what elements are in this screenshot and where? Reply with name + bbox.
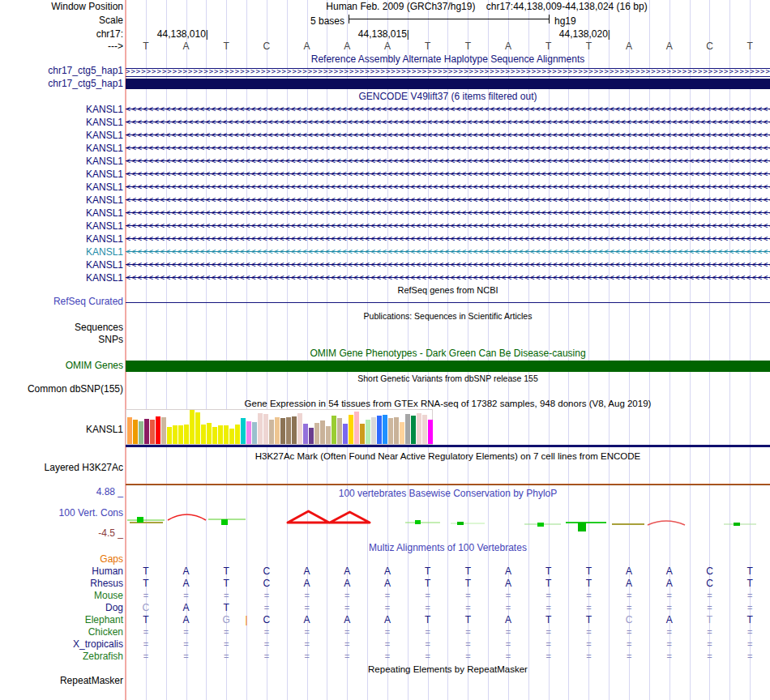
- hap1-track-label[interactable]: chr17_ctg5_hap1: [0, 66, 123, 76]
- repeatmasker-label[interactable]: RepeatMasker: [0, 676, 123, 686]
- gencode-transcript-row[interactable]: <<<<<<<<<<<<<<<<<<<<<<<<<<<<<<<<<<<<<<<<…: [126, 118, 770, 126]
- multiz-unaligned-mark: =: [578, 627, 599, 638]
- multiz-unaligned-mark: =: [216, 639, 237, 650]
- species-label-dog[interactable]: Dog: [0, 603, 123, 613]
- multiz-base: T: [457, 615, 478, 625]
- multiz-unaligned-mark: =: [216, 627, 237, 638]
- gencode-gene-label[interactable]: KANSL1: [0, 143, 123, 154]
- gencode-transcript-row[interactable]: <<<<<<<<<<<<<<<<<<<<<<<<<<<<<<<<<<<<<<<<…: [126, 235, 770, 243]
- multiz-base: A: [618, 578, 640, 589]
- gtex-tissue-bar: [332, 416, 336, 444]
- gencode-transcript-row[interactable]: <<<<<<<<<<<<<<<<<<<<<<<<<<<<<<<<<<<<<<<<…: [126, 105, 770, 113]
- gencode-transcript-row[interactable]: <<<<<<<<<<<<<<<<<<<<<<<<<<<<<<<<<<<<<<<<…: [126, 170, 770, 178]
- hap1-alignment-track[interactable]: >>>>>>>>>>>>>>>>>>>>>>>>>>>>>>>>>>>>>>>>…: [126, 68, 770, 77]
- phylop-track-label[interactable]: 100 Vert. Cons: [0, 508, 123, 519]
- gencode-gene-label[interactable]: KANSL1: [0, 221, 123, 232]
- gencode-transcript-row[interactable]: <<<<<<<<<<<<<<<<<<<<<<<<<<<<<<<<<<<<<<<<…: [126, 183, 770, 191]
- refseq-curated-label[interactable]: RefSeq Curated: [0, 297, 123, 307]
- multiz-base: A: [377, 578, 398, 589]
- gencode-gene-label[interactable]: KANSL1: [0, 182, 123, 193]
- species-label-chicken[interactable]: Chicken: [0, 627, 123, 638]
- gtex-tissue-bar: [184, 425, 189, 444]
- gtex-tissue-bar: [207, 423, 212, 444]
- multiz-unaligned-mark: =: [538, 651, 559, 662]
- omim-gene-bar[interactable]: [126, 361, 770, 372]
- gencode-gene-label[interactable]: KANSL1: [0, 234, 123, 245]
- species-label-rhesus[interactable]: Rhesus: [0, 578, 123, 589]
- multiz-base: A: [336, 578, 357, 589]
- reference-base: A: [377, 41, 398, 52]
- multiz-unaligned-mark: =: [659, 591, 680, 601]
- common-dbsnp-label[interactable]: Common dbSNP(155): [0, 384, 123, 395]
- species-label-elephant[interactable]: Elephant: [0, 615, 123, 625]
- snps-label[interactable]: SNPs: [0, 335, 123, 345]
- multiz-unaligned-mark: =: [578, 603, 599, 613]
- multiz-base: T: [578, 578, 599, 589]
- gencode-transcript-row[interactable]: <<<<<<<<<<<<<<<<<<<<<<<<<<<<<<<<<<<<<<<<…: [126, 131, 770, 139]
- assembly-title: Human Feb. 2009 (GRCh37/hg19): [326, 1, 475, 12]
- gencode-gene-label[interactable]: KANSL1: [0, 247, 123, 258]
- multiz-unaligned-mark: =: [256, 603, 277, 613]
- multiz-unaligned-mark: =: [417, 603, 438, 613]
- gencode-transcript-row[interactable]: <<<<<<<<<<<<<<<<<<<<<<<<<<<<<<<<<<<<<<<<…: [126, 144, 770, 152]
- hap1-track-label[interactable]: chr17_ctg5_hap1: [0, 79, 123, 89]
- gencode-transcript-row[interactable]: <<<<<<<<<<<<<<<<<<<<<<<<<<<<<<<<<<<<<<<<…: [126, 209, 770, 217]
- gencode-transcript-row[interactable]: <<<<<<<<<<<<<<<<<<<<<<<<<<<<<<<<<<<<<<<<…: [126, 222, 770, 230]
- gtex-gene-model-line[interactable]: [126, 445, 770, 447]
- gtex-tissue-bar: [377, 416, 382, 444]
- hap1-alignment-bar[interactable]: [126, 79, 770, 89]
- gaps-row-label[interactable]: Gaps: [0, 554, 123, 565]
- gencode-transcript-row[interactable]: <<<<<<<<<<<<<<<<<<<<<<<<<<<<<<<<<<<<<<<<…: [126, 274, 770, 282]
- multiz-base: A: [336, 566, 357, 577]
- gencode-gene-label[interactable]: KANSL1: [0, 195, 123, 206]
- multiz-unaligned-mark: =: [336, 591, 357, 601]
- multiz-unaligned-mark: =: [498, 639, 519, 650]
- sequences-label[interactable]: Sequences: [0, 322, 123, 333]
- scale-label: Scale: [0, 15, 123, 26]
- multiz-unaligned-mark: =: [417, 591, 438, 601]
- multiz-base: T: [739, 578, 760, 589]
- multiz-unaligned-mark: =: [739, 651, 760, 662]
- gencode-gene-label[interactable]: KANSL1: [0, 260, 123, 271]
- gencode-gene-label[interactable]: KANSL1: [0, 130, 123, 141]
- gencode-gene-label[interactable]: KANSL1: [0, 156, 123, 167]
- refseq-curated-track[interactable]: [126, 302, 770, 303]
- multiz-unaligned-mark: =: [256, 639, 277, 650]
- multiz-base: A: [297, 578, 318, 589]
- gencode-gene-label[interactable]: KANSL1: [0, 208, 123, 219]
- gencode-gene-label[interactable]: KANSL1: [0, 117, 123, 128]
- multiz-unaligned-mark: =: [659, 651, 680, 662]
- gtex-tissue-bar: [133, 420, 138, 444]
- gtex-tissue-bar: [303, 424, 308, 444]
- multiz-base: G: [216, 615, 237, 625]
- h3k27ac-label[interactable]: Layered H3K27Ac: [0, 463, 123, 473]
- gencode-transcript-row[interactable]: <<<<<<<<<<<<<<<<<<<<<<<<<<<<<<<<<<<<<<<<…: [126, 248, 770, 256]
- gencode-transcript-row[interactable]: <<<<<<<<<<<<<<<<<<<<<<<<<<<<<<<<<<<<<<<<…: [126, 261, 770, 269]
- gencode-transcript-row[interactable]: <<<<<<<<<<<<<<<<<<<<<<<<<<<<<<<<<<<<<<<<…: [126, 196, 770, 204]
- multiz-unaligned-mark: =: [618, 591, 640, 601]
- gencode-gene-label[interactable]: KANSL1: [0, 273, 123, 284]
- species-label-xtropicalis[interactable]: X_tropicalis: [0, 639, 123, 650]
- gencode-gene-label[interactable]: KANSL1: [0, 169, 123, 180]
- gtex-expression-chart[interactable]: [126, 409, 433, 445]
- multiz-unaligned-mark: =: [538, 627, 559, 638]
- gtex-tissue-bar: [246, 421, 251, 444]
- h3k27ac-baseline[interactable]: [126, 484, 770, 485]
- multiz-unaligned-mark: =: [699, 651, 720, 662]
- gtex-tissue-bar: [269, 420, 274, 444]
- species-label-zebrafish[interactable]: Zebrafish: [0, 651, 123, 662]
- multiz-unaligned-mark: =: [498, 591, 519, 601]
- gencode-transcript-row[interactable]: <<<<<<<<<<<<<<<<<<<<<<<<<<<<<<<<<<<<<<<<…: [126, 157, 770, 165]
- multiz-unaligned-mark: =: [135, 591, 156, 601]
- species-label-human[interactable]: Human: [0, 566, 123, 577]
- gtex-gene-label[interactable]: KANSL1: [0, 425, 123, 435]
- multiz-unaligned-mark: =: [297, 603, 318, 613]
- gtex-tissue-bar: [161, 417, 166, 444]
- gencode-gene-label[interactable]: KANSL1: [0, 105, 123, 115]
- multiz-unaligned-mark: =: [457, 591, 478, 601]
- strand-direction-label: --->: [0, 41, 123, 52]
- omim-genes-label[interactable]: OMIM Genes: [0, 361, 123, 371]
- multiz-unaligned-mark: =: [659, 627, 680, 638]
- species-label-mouse[interactable]: Mouse: [0, 591, 123, 601]
- gtex-tissue-bar: [280, 418, 285, 444]
